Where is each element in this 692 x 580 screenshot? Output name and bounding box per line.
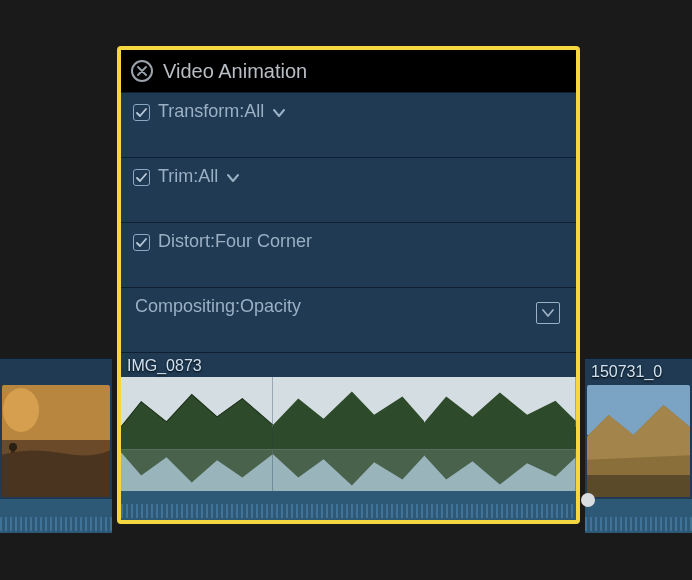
timeline-clip-left[interactable] bbox=[0, 358, 112, 533]
clip-name-label: IMG_0873 bbox=[121, 353, 208, 375]
thumbnail-strip bbox=[121, 377, 576, 492]
effect-label-text: Trim:All bbox=[158, 166, 218, 187]
audio-waveform[interactable] bbox=[0, 499, 112, 533]
close-icon[interactable] bbox=[131, 60, 153, 82]
clip-thumbnail bbox=[587, 385, 690, 497]
effect-row-trim[interactable]: Trim:All bbox=[121, 157, 576, 222]
effect-label-text: Distort:Four Corner bbox=[158, 231, 312, 252]
effect-checkbox[interactable] bbox=[133, 169, 150, 186]
thumbnail-frame bbox=[273, 377, 425, 492]
marker-icon[interactable] bbox=[581, 493, 595, 507]
svg-point-4 bbox=[9, 443, 17, 451]
video-animation-panel: Video Animation Transform:All Trim:All D… bbox=[117, 46, 580, 524]
panel-header: Video Animation bbox=[121, 50, 576, 92]
effect-row-compositing[interactable]: Compositing:Opacity bbox=[121, 287, 576, 352]
effect-label: Trim:All bbox=[158, 166, 240, 187]
svg-rect-6 bbox=[587, 475, 690, 497]
thumbnail-frame bbox=[121, 377, 273, 492]
clip-name-label: 150731_0 bbox=[585, 359, 668, 381]
svg-point-2 bbox=[3, 388, 39, 432]
audio-waveform[interactable] bbox=[585, 499, 692, 533]
clip-thumbnail bbox=[2, 385, 110, 497]
effect-label: Distort:Four Corner bbox=[158, 231, 312, 252]
effect-label: Compositing:Opacity bbox=[135, 296, 301, 317]
effect-label-text: Compositing:Opacity bbox=[135, 296, 301, 317]
effect-label-text: Transform:All bbox=[158, 101, 264, 122]
panel-title: Video Animation bbox=[163, 60, 307, 83]
thumbnail-frame bbox=[424, 377, 576, 492]
chevron-down-icon[interactable] bbox=[226, 173, 240, 183]
expand-icon[interactable] bbox=[536, 302, 560, 324]
timeline-clip-right[interactable]: 150731_0 bbox=[585, 358, 692, 533]
chevron-down-icon[interactable] bbox=[272, 108, 286, 118]
effect-label: Transform:All bbox=[158, 101, 286, 122]
audio-waveform[interactable] bbox=[121, 491, 576, 520]
effect-checkbox[interactable] bbox=[133, 104, 150, 121]
effect-row-transform[interactable]: Transform:All bbox=[121, 92, 576, 157]
effect-row-distort[interactable]: Distort:Four Corner bbox=[121, 222, 576, 287]
clip-filmstrip[interactable]: IMG_0873 bbox=[121, 352, 576, 520]
effect-checkbox[interactable] bbox=[133, 234, 150, 251]
